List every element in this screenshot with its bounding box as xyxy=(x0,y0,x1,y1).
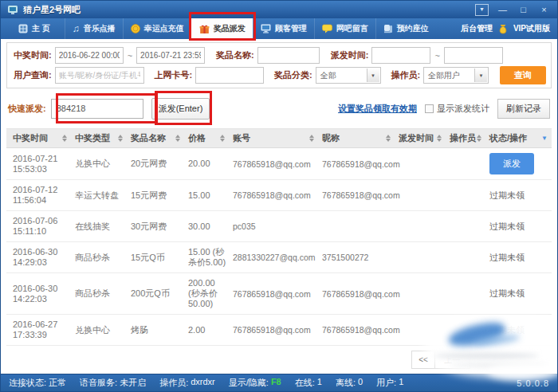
vip-trial-link[interactable]: VIP试用版 xyxy=(513,23,550,34)
tab-customer-mgmt-label: 顾客管理 xyxy=(275,23,307,34)
minimize-button[interactable]: — xyxy=(496,4,509,16)
operator-filter-label: 操作员: xyxy=(391,69,420,81)
col-header-nickname[interactable]: 昵称 xyxy=(322,129,399,147)
col-header-price[interactable]: 价格 xyxy=(188,129,233,147)
filter-arrow-icon: ▼ xyxy=(541,135,548,142)
first-page-button[interactable]: << xyxy=(411,351,435,369)
col-header-status[interactable]: 状态/操作▼ xyxy=(489,129,552,147)
sort-icon xyxy=(175,135,180,142)
sort-icon xyxy=(477,135,481,142)
window-title: 猎户星2号网吧 xyxy=(23,4,81,16)
card-no-label: 上网卡号: xyxy=(155,69,193,81)
status-label: 过期未领 xyxy=(489,221,525,231)
tab-home-label: 主 页 xyxy=(32,23,50,34)
dispatch-time-label: 派发时间: xyxy=(331,49,369,61)
col-header-account[interactable]: 账号 xyxy=(233,129,322,147)
col-header-prize-name[interactable]: 奖品名称 xyxy=(131,129,188,147)
dispatch-time-from-input[interactable] xyxy=(371,47,430,64)
category-select[interactable]: 全部 ▼ xyxy=(316,67,381,84)
col-header-win-type[interactable]: 中奖类型 xyxy=(75,129,131,147)
table-row: 2016-06-30 14:22:03 商品秒杀 200元Q币 200.00 (… xyxy=(6,273,552,315)
operator-select[interactable]: 全部用户 ▼ xyxy=(423,67,489,84)
card-no-input[interactable] xyxy=(195,67,264,84)
col-header-operator[interactable]: 操作员 xyxy=(450,129,489,147)
nav-tabbar: 主 页 ♫ 音乐点播 幸运点充值 奖品派发 顾客管理 xyxy=(1,18,557,39)
sort-icon xyxy=(62,135,67,142)
titlebar: 猎户星2号网吧 ▼ — □ × xyxy=(1,1,557,18)
tilde-separator: ~ xyxy=(434,51,439,61)
tab-seat-reservation-label: 预约座位 xyxy=(397,23,429,34)
user-query-label: 用户查询: xyxy=(14,69,52,81)
music-note-icon: ♫ xyxy=(73,23,80,34)
quick-dispatch-row: 快速派发: 派发(Enter) 设置奖品领取有效期 显示派发统计 刷新记录 xyxy=(6,88,552,128)
skin-menu-button[interactable]: ▼ xyxy=(475,4,489,16)
status-online-count: 在线: 1 xyxy=(295,377,322,389)
filter-row-1: 中奖时间: ~ 奖品名称: 派发时间: ~ xyxy=(12,45,546,65)
show-stats-checkbox[interactable] xyxy=(425,104,434,113)
set-validity-link[interactable]: 设置奖品领取有效期 xyxy=(338,103,417,115)
user-query-input[interactable] xyxy=(55,67,144,84)
dispatch-button[interactable]: 派发 xyxy=(489,153,534,174)
filter-panel: 中奖时间: ~ 奖品名称: 派发时间: ~ 用户查询: 上网卡号: xyxy=(6,42,552,88)
quick-dispatch-input[interactable] xyxy=(51,99,143,119)
table-row: 2016-06-27 17:33:39 兑换中心 烤肠 2.00 7678659… xyxy=(6,315,552,346)
prev-page-button[interactable]: 上一 xyxy=(435,351,470,369)
status-connection: 连接状态: 正常 xyxy=(9,377,66,389)
moneybag-icon xyxy=(498,24,508,34)
table-row: 2016-06-30 14:29:03 商品秒杀 15元Q币 15.00 (秒杀… xyxy=(6,242,552,273)
main-content: 中奖时间: ~ 奖品名称: 派发时间: ~ 用户查询: 上网卡号: xyxy=(1,39,557,374)
nav-right-links: 后台管理 VIP试用版 xyxy=(461,18,557,39)
col-header-dispatch-time[interactable]: 派发时间 xyxy=(399,129,450,147)
category-select-value: 全部 xyxy=(320,70,336,81)
backend-admin-link[interactable]: 后台管理 xyxy=(461,23,493,34)
tab-prize-dispatch-label: 奖品派发 xyxy=(214,23,246,34)
status-label: 过期未领 xyxy=(489,325,525,335)
filter-row-2: 用户查询: 上网卡号: 奖品分类: 全部 ▼ 操作员: 全部用户 ▼ 查询 xyxy=(12,65,546,85)
version-label: 5.0.0.8 xyxy=(517,378,549,388)
dispatch-enter-button[interactable]: 派发(Enter) xyxy=(151,98,210,120)
window-controls: ▼ — □ × xyxy=(475,4,551,16)
status-show-hide-hotkey: 显示/隐藏: F8 xyxy=(229,377,281,389)
prize-name-input[interactable] xyxy=(257,47,320,64)
sort-icon xyxy=(220,135,225,142)
status-user-count: 用户: 1 xyxy=(376,377,403,389)
search-button[interactable]: 查询 xyxy=(500,66,546,84)
tab-cafe-messages[interactable]: 网吧留言 xyxy=(314,18,375,39)
col-header-win-time[interactable]: 中奖时间 xyxy=(13,129,75,147)
seat-icon xyxy=(383,24,393,33)
status-offline-count: 离线: 0 xyxy=(336,377,363,389)
quick-dispatch-label: 快速派发: xyxy=(8,103,46,115)
table-row: 2016-07-21 15:53:03 兑换中心 20元网费 20.00 767… xyxy=(6,148,552,180)
tab-seat-reservation[interactable]: 预约座位 xyxy=(375,18,436,39)
home-icon xyxy=(18,24,28,33)
table-row: 2016-07-12 11:56:04 幸运大转盘 15元网费 15.00 76… xyxy=(6,180,552,211)
dropdown-arrow-icon: ▼ xyxy=(367,69,379,82)
app-logo-icon xyxy=(7,5,18,15)
sort-icon xyxy=(309,135,314,142)
tab-home[interactable]: 主 页 xyxy=(4,18,65,39)
tab-lucky-recharge-label: 幸运点充值 xyxy=(144,23,184,34)
tab-customer-mgmt[interactable]: 顾客管理 xyxy=(253,18,314,39)
dispatch-time-to-input[interactable] xyxy=(444,47,503,64)
coin-icon xyxy=(131,24,140,33)
tab-lucky-recharge[interactable]: 幸运点充值 xyxy=(123,18,191,39)
table-row: 2016-07-06 15:11:10 在线抽奖 30元网费 30.00 pc0… xyxy=(6,211,552,242)
tab-prize-dispatch[interactable]: 奖品派发 xyxy=(191,18,253,39)
tab-music-label: 音乐点播 xyxy=(84,23,116,34)
speech-bubble-icon xyxy=(322,24,332,33)
tab-cafe-messages-label: 网吧留言 xyxy=(336,23,368,34)
hotkey-value: F8 xyxy=(271,377,281,389)
sort-icon xyxy=(437,135,442,142)
sort-icon xyxy=(118,135,123,142)
close-button[interactable]: × xyxy=(537,4,551,16)
tab-music[interactable]: ♫ 音乐点播 xyxy=(65,18,123,39)
win-time-from-input[interactable] xyxy=(55,47,124,64)
monitor-icon xyxy=(261,24,271,33)
sort-icon xyxy=(386,135,391,142)
win-time-to-input[interactable] xyxy=(136,47,205,64)
dropdown-arrow-icon: ▼ xyxy=(474,69,487,82)
refresh-records-button[interactable]: 刷新记录 xyxy=(497,99,550,119)
operator-select-value: 全部用户 xyxy=(428,70,460,81)
maximize-button[interactable]: □ xyxy=(517,4,530,16)
category-label: 奖品分类: xyxy=(274,69,312,81)
